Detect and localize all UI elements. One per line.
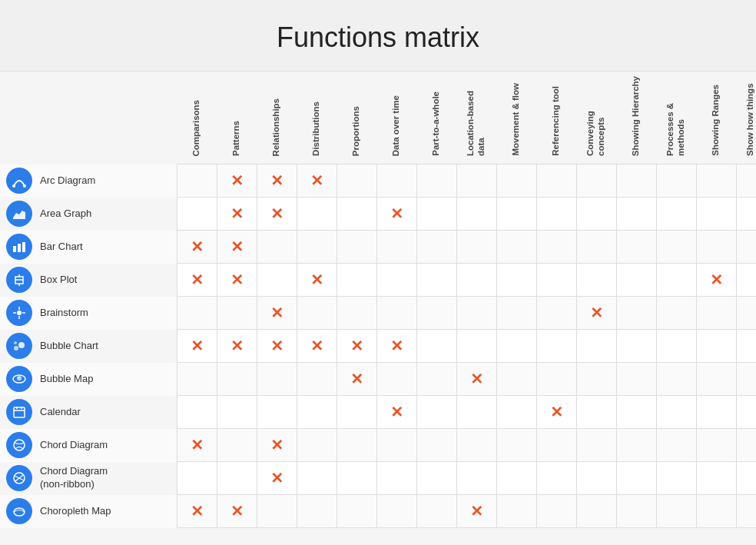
cell-1-12 (656, 198, 696, 231)
cell-8-2: ✕ (257, 429, 297, 462)
title-bar: Functions matrix (0, 0, 756, 71)
table-row: Chord Diagram ✕✕ (0, 429, 756, 462)
cell-1-1: ✕ (217, 198, 257, 231)
cell-6-11 (616, 363, 656, 396)
cell-7-12 (656, 396, 696, 429)
row-icon-9 (6, 465, 32, 491)
cell-1-3 (297, 198, 337, 231)
cell-5-0: ✕ (177, 330, 217, 363)
cell-1-10 (576, 198, 616, 231)
cell-6-7: ✕ (456, 363, 496, 396)
cell-6-2 (257, 363, 297, 396)
cell-8-3 (297, 429, 337, 462)
x-mark: ✕ (270, 172, 284, 189)
x-mark: ✕ (230, 205, 244, 222)
cell-10-8 (496, 495, 536, 528)
col-header-11: Showing Hierarchy (616, 71, 656, 164)
row-icon-8 (6, 432, 32, 458)
x-mark: ✕ (270, 470, 284, 487)
row-icon-2 (6, 234, 32, 260)
cell-7-10 (576, 396, 616, 429)
cell-8-1 (217, 429, 257, 462)
cell-6-3 (297, 363, 337, 396)
cell-4-12 (656, 297, 696, 330)
cell-5-4: ✕ (337, 330, 376, 363)
cell-9-1 (217, 462, 257, 495)
x-mark: ✕ (191, 337, 204, 354)
cell-8-5 (376, 429, 416, 462)
cell-5-3: ✕ (297, 330, 337, 363)
cell-3-14 (736, 264, 756, 297)
cell-7-2 (257, 396, 297, 429)
x-mark: ✕ (270, 337, 284, 354)
cell-4-0 (177, 297, 217, 330)
cell-0-4 (337, 164, 376, 198)
col-header-4: Proportions (337, 71, 376, 164)
col-header-9: Referencing tool (536, 71, 576, 164)
cell-10-7: ✕ (456, 495, 496, 528)
cell-8-8 (496, 429, 536, 462)
cell-10-14 (736, 495, 756, 528)
cell-2-5 (376, 231, 416, 264)
cell-3-8 (496, 264, 536, 297)
cell-0-6 (416, 164, 456, 198)
x-mark: ✕ (191, 271, 204, 288)
cell-0-2: ✕ (257, 164, 297, 198)
x-mark: ✕ (390, 404, 403, 420)
cell-4-5 (376, 297, 416, 330)
row-name-5: Bubble Chart (40, 340, 98, 353)
table-row: Bar Chart ✕✕ (0, 231, 756, 264)
row-icon-3 (6, 267, 32, 293)
cell-5-6 (416, 330, 456, 363)
svg-point-27 (14, 508, 25, 516)
column-headers: ComparisonsPatternsRelationshipsDistribu… (0, 71, 756, 164)
cell-3-9 (536, 264, 576, 297)
cell-1-9 (536, 198, 576, 231)
cell-1-14 (736, 198, 756, 231)
cell-1-6 (416, 198, 456, 231)
cell-9-0 (177, 462, 217, 495)
cell-2-2 (257, 231, 297, 264)
page-title: Functions matrix (0, 22, 756, 54)
row-icon-0 (6, 168, 32, 194)
col-header-5: Data over time (376, 71, 416, 164)
cell-0-8 (496, 164, 536, 198)
cell-5-14 (736, 330, 756, 363)
cell-7-1 (217, 396, 257, 429)
cell-8-12 (656, 429, 696, 462)
cell-4-10: ✕ (576, 297, 616, 330)
row-label-cell-2: Bar Chart (0, 231, 177, 264)
row-label-cell-5: Bubble Chart (0, 330, 177, 363)
cell-10-10 (576, 495, 616, 528)
cell-9-2: ✕ (257, 462, 297, 495)
x-mark: ✕ (191, 238, 204, 255)
table-row: Arc Diagram ✕✕✕ (0, 164, 756, 198)
row-name-6: Bubble Map (40, 373, 93, 386)
col-header-6: Part-to-a-whole (416, 71, 456, 164)
svg-rect-19 (14, 407, 25, 417)
x-mark: ✕ (191, 503, 204, 520)
x-mark: ✕ (590, 304, 603, 321)
cell-6-5 (376, 363, 416, 396)
cell-6-12 (656, 363, 696, 396)
cell-7-14 (736, 396, 756, 429)
cell-0-5 (376, 164, 416, 198)
cell-1-5: ✕ (376, 198, 416, 231)
svg-point-0 (12, 184, 15, 188)
x-mark: ✕ (350, 337, 363, 354)
svg-line-26 (15, 475, 23, 481)
cell-4-14 (736, 297, 756, 330)
cell-10-3 (297, 495, 337, 528)
row-label-cell-10: Choropleth Map (0, 495, 177, 528)
cell-1-7 (456, 198, 496, 231)
cell-7-0 (177, 396, 217, 429)
cell-2-7 (456, 231, 496, 264)
row-name-0: Arc Diagram (40, 174, 95, 188)
row-label-cell-3: Box Plot (0, 264, 177, 297)
col-header-7: Location-based data (456, 71, 496, 164)
row-icon-5 (6, 333, 32, 359)
cell-9-14 (736, 462, 756, 495)
cell-0-0 (177, 164, 217, 198)
x-mark: ✕ (470, 503, 483, 520)
cell-7-4 (337, 396, 376, 429)
